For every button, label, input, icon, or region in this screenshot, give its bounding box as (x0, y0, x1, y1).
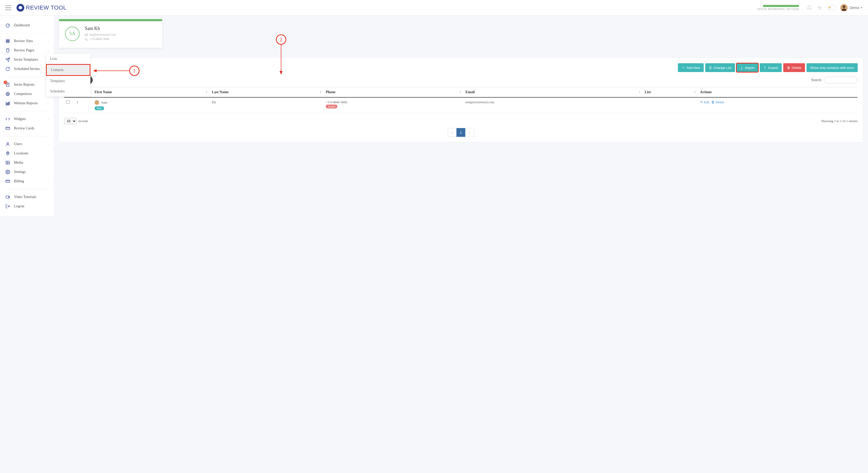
svg-rect-6 (7, 48, 9, 52)
sidebar-item-label: Widgets (14, 117, 48, 121)
contacts-panel: ＋Add New ☰Change List ⭳Import ⭱Export 🗑D… (59, 58, 863, 142)
svg-rect-26 (6, 196, 9, 198)
callout-1: 1 (93, 66, 140, 76)
svg-rect-16 (9, 102, 9, 105)
invite-remaining: INVITE REMAINING: 997/1000 (757, 5, 799, 10)
sidebar-item-label: Settings (14, 170, 49, 174)
move-icon[interactable] (816, 5, 823, 11)
profile-name: Sam Kh (85, 26, 116, 31)
col-phone[interactable]: Phone▲▼ (324, 87, 463, 98)
sidebar-item-users[interactable]: Users› (0, 139, 54, 149)
plus-icon: ＋ (681, 65, 685, 70)
chart-icon (5, 101, 10, 106)
chevron-right-icon: › (48, 143, 49, 146)
sidebar-item-label: Locations (14, 151, 49, 156)
sidebar-item-review-cards[interactable]: Review Cards (0, 124, 54, 133)
svg-rect-4 (6, 41, 9, 41)
sidebar-item-widgets[interactable]: Widgets› (0, 114, 54, 124)
sidebar-item-invite-templates[interactable]: Invite Templates (0, 55, 54, 64)
svg-marker-30 (93, 69, 97, 72)
table-row: 1SamMaleKh+1514840-3000Invalidtest@revie… (64, 97, 858, 113)
pager-prev[interactable]: ‹ (448, 128, 457, 137)
sidebar-item-settings[interactable]: Settings (0, 167, 54, 177)
svg-rect-15 (8, 102, 8, 105)
topbar: REVIEW TOOL INVITE REMAINING: 997/1000 ✱… (0, 0, 868, 15)
submenu-item-templates[interactable]: Templates (46, 76, 90, 86)
records-select[interactable]: 10 (64, 118, 76, 125)
sidebar-item-website-reports[interactable]: Website Reports› (0, 99, 54, 108)
card-icon (5, 179, 10, 184)
export-button[interactable]: ⭱Export (760, 63, 782, 72)
list-icon: ☰ (709, 66, 712, 70)
gender-badge: Male (95, 106, 104, 110)
mail-icon (85, 33, 88, 36)
bell-icon[interactable] (806, 5, 812, 11)
profile-email: test@reviewtool.com (85, 33, 116, 37)
col-first[interactable]: First Name▲▼ (92, 87, 210, 98)
menu-toggle[interactable] (5, 5, 11, 10)
submenu-item-schedules[interactable]: Schedules (46, 86, 90, 97)
svg-point-0 (843, 5, 845, 8)
card-icon (5, 126, 10, 131)
pager-page-1[interactable]: 1 (457, 128, 465, 137)
contacts-toolbar: ＋Add New ☰Change List ⭳Import ⭱Export 🗑D… (64, 63, 858, 72)
edit-link[interactable]: ✎ Edit (700, 100, 709, 104)
add-new-button[interactable]: ＋Add New (678, 63, 704, 72)
code-icon (5, 116, 10, 122)
refresh-icon (5, 66, 10, 71)
sidebar-item-label: Review Pages (14, 48, 48, 53)
search-input[interactable] (824, 77, 858, 83)
svg-point-20 (7, 152, 8, 154)
sidebar-item-label: Website Reports (14, 101, 48, 105)
profile-initials: SA (65, 27, 80, 41)
pager-next[interactable]: › (465, 128, 474, 137)
svg-rect-5 (6, 42, 9, 43)
sidebar-item-invite-reports[interactable]: 7Invite Reports (0, 80, 54, 89)
svg-rect-14 (7, 103, 7, 105)
image-icon (5, 160, 10, 165)
sidebar-item-locations[interactable]: Locations (0, 149, 54, 158)
user-avatar[interactable] (840, 4, 847, 11)
scheduled-invites-submenu: ListsContactsTemplatesSchedules (46, 54, 90, 97)
import-button[interactable]: ⭳Import (737, 63, 758, 72)
svg-marker-32 (280, 71, 283, 75)
logo-text: REVIEW TOOL (26, 4, 67, 11)
svg-point-19 (7, 142, 8, 144)
sidebar-item-media[interactable]: Media (0, 158, 54, 167)
sidebar-item-billing[interactable]: Billing› (0, 177, 54, 186)
avatar-icon (95, 100, 99, 105)
submenu-item-contacts[interactable]: Contacts (46, 64, 90, 76)
col-list[interactable]: List▲▼ (643, 87, 698, 98)
sidebar-item-label: Users (14, 142, 48, 146)
col-last[interactable]: Last Name▲▼ (210, 87, 324, 98)
sidebar-item-label: Invite Reports (14, 82, 49, 87)
show-error-button[interactable]: Show only contacts with error (807, 63, 858, 72)
sidebar-item-scheduled-invites[interactable]: Scheduled Invites (0, 64, 54, 74)
row-checkbox[interactable] (66, 100, 70, 104)
col-email[interactable]: Email▲▼ (463, 87, 643, 98)
sidebar: DashboardReview Sites›Review Pages›Invit… (0, 15, 54, 216)
col-actions: Actions (698, 87, 858, 98)
submenu-item-lists[interactable]: Lists (46, 54, 90, 64)
sidebar-item-label: Media (14, 161, 49, 165)
theme-toggle[interactable]: ✱ (827, 5, 836, 10)
delete-link[interactable]: 🗑 Delete (711, 100, 724, 104)
user-menu[interactable]: Demo (850, 6, 859, 10)
sidebar-item-label: Competitors (14, 92, 48, 96)
sidebar-item-review-pages[interactable]: Review Pages› (0, 46, 54, 55)
sidebar-item-dashboard[interactable]: Dashboard (0, 21, 54, 30)
sidebar-item-review-sites[interactable]: Review Sites› (0, 36, 54, 46)
delete-button[interactable]: 🗑Delete (783, 63, 805, 72)
logo-icon (17, 4, 24, 12)
chevron-right-icon: › (48, 180, 49, 183)
change-list-button[interactable]: ☰Change List (705, 63, 735, 72)
phone-icon (85, 38, 88, 41)
sidebar-item-label: Invite Templates (14, 58, 49, 62)
sidebar-item-video-tutorials[interactable]: Video Tutorials (0, 192, 54, 202)
svg-rect-24 (6, 180, 10, 182)
logo[interactable]: REVIEW TOOL (17, 4, 67, 12)
sidebar-item-logout[interactable]: Logout (0, 202, 54, 211)
sidebar-item-label: Dashboard (14, 23, 49, 27)
sidebar-item-competitors[interactable]: Competitors› (0, 89, 54, 99)
chevron-right-icon: › (48, 40, 49, 43)
